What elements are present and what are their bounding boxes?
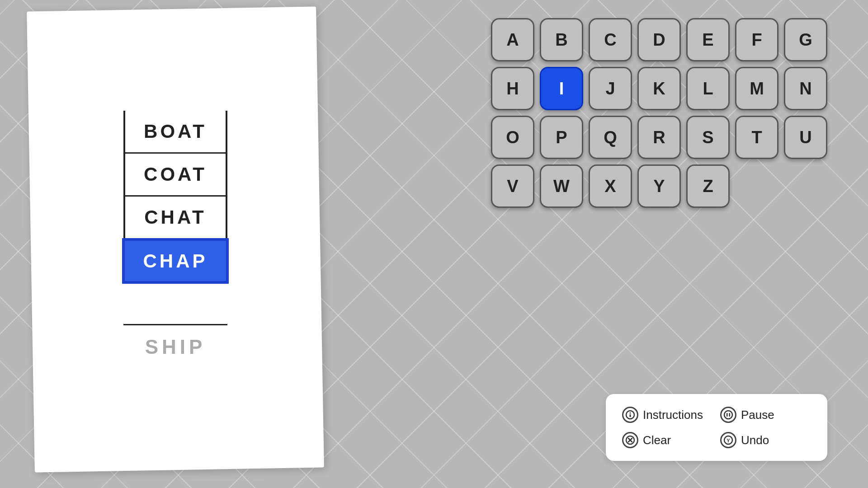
word-row-coat: COAT <box>123 154 227 197</box>
undo-label: Undo <box>741 433 769 447</box>
word-coat: COAT <box>144 164 207 185</box>
undo-icon: Y <box>720 432 736 448</box>
key-d[interactable]: D <box>637 18 681 61</box>
svg-point-3 <box>724 411 732 419</box>
keyboard-grid: ABCDEFGHIJKLMNOPQRSTUVWXYZ <box>491 18 827 208</box>
key-h[interactable]: H <box>491 67 534 110</box>
word-chat: CHAT <box>144 206 207 228</box>
controls-panel: Instructions Pause Clear <box>606 394 827 461</box>
key-y[interactable]: Y <box>637 164 681 208</box>
key-j[interactable]: J <box>589 67 632 110</box>
key-l[interactable]: L <box>686 67 730 110</box>
clear-icon <box>622 432 638 448</box>
ladder: BOAT COAT CHAT CHAP SHIP <box>112 111 239 368</box>
pause-icon <box>720 407 736 423</box>
key-g[interactable]: G <box>784 18 827 61</box>
key-q[interactable]: Q <box>589 116 632 159</box>
key-w[interactable]: W <box>540 164 583 208</box>
key-r[interactable]: R <box>637 116 681 159</box>
instructions-label: Instructions <box>643 408 703 422</box>
key-c[interactable]: C <box>589 18 632 61</box>
word-row-empty[interactable] <box>123 282 227 325</box>
control-clear[interactable]: Clear <box>622 432 713 448</box>
word-chap: CHAP <box>143 250 208 272</box>
instructions-icon <box>622 407 638 423</box>
key-x[interactable]: X <box>589 164 632 208</box>
word-row-chat: CHAT <box>123 197 227 239</box>
key-s[interactable]: S <box>686 116 730 159</box>
key-b[interactable]: B <box>540 18 583 61</box>
control-undo[interactable]: Y Undo <box>720 432 811 448</box>
clear-label: Clear <box>643 433 671 447</box>
controls-grid: Instructions Pause Clear <box>622 407 811 448</box>
key-k[interactable]: K <box>637 67 681 110</box>
control-instructions[interactable]: Instructions <box>622 407 713 423</box>
key-e[interactable]: E <box>686 18 730 61</box>
key-t[interactable]: T <box>735 116 778 159</box>
svg-rect-4 <box>726 413 728 417</box>
word-boat: BOAT <box>144 121 207 142</box>
svg-rect-2 <box>630 414 631 417</box>
key-p[interactable]: P <box>540 116 583 159</box>
word-row-boat: BOAT <box>123 111 227 154</box>
key-i[interactable]: I <box>540 67 583 110</box>
key-a[interactable]: A <box>491 18 534 61</box>
key-n[interactable]: N <box>784 67 827 110</box>
key-v[interactable]: V <box>491 164 534 208</box>
control-pause[interactable]: Pause <box>720 407 811 423</box>
pause-label: Pause <box>741 408 774 422</box>
keyboard-area: ABCDEFGHIJKLMNOPQRSTUVWXYZ <box>491 18 827 208</box>
key-o[interactable]: O <box>491 116 534 159</box>
key-f[interactable]: F <box>735 18 778 61</box>
svg-text:Y: Y <box>726 438 730 443</box>
svg-rect-5 <box>729 413 731 417</box>
svg-point-1 <box>630 413 631 414</box>
key-m[interactable]: M <box>735 67 778 110</box>
key-z[interactable]: Z <box>686 164 730 208</box>
word-target: SHIP <box>145 336 206 358</box>
key-u[interactable]: U <box>784 116 827 159</box>
ladder-inner: BOAT COAT CHAT CHAP <box>123 111 227 325</box>
ladder-container: BOAT COAT CHAT CHAP SHIP <box>31 9 320 470</box>
word-row-chap[interactable]: CHAP <box>123 239 227 282</box>
word-row-target: SHIP <box>123 325 227 368</box>
